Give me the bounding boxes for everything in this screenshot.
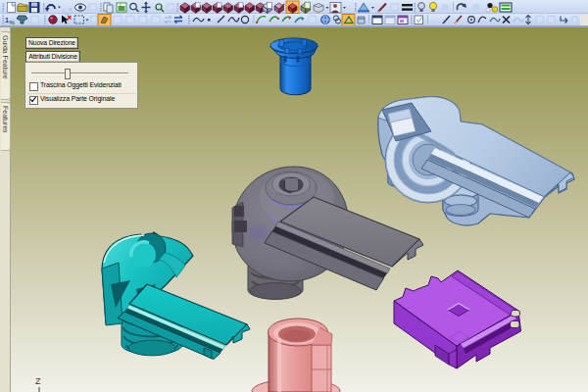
svg-text:%: % [10, 20, 16, 25]
svg-text:Z: Z [35, 376, 41, 386]
svg-text:1: 1 [5, 17, 9, 24]
